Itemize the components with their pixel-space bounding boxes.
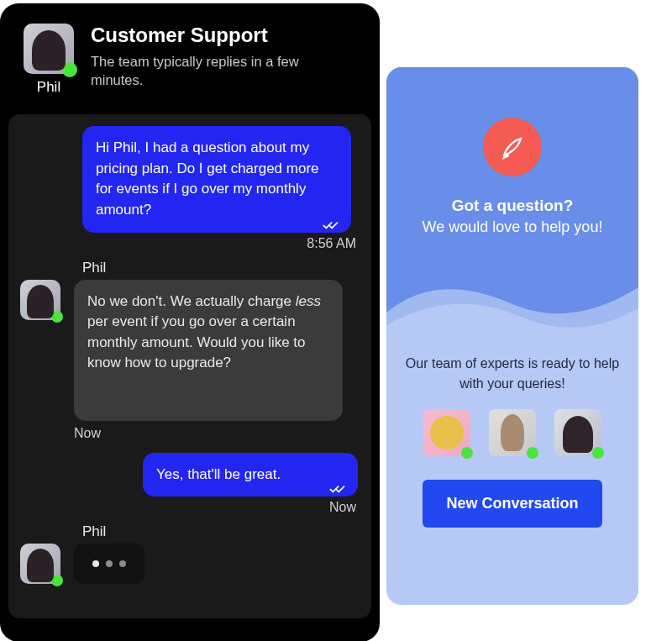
- promo-hero: Got a question? We would love to help yo…: [386, 67, 638, 337]
- online-dot-icon: [592, 447, 604, 459]
- typing-dot-icon: [92, 560, 99, 567]
- message-row: Yes, that'll be great. Now: [18, 453, 361, 516]
- experts-row: [400, 409, 625, 456]
- agent-message-bubble: No we don't. We actually charge less per…: [74, 280, 343, 421]
- promo-body: Our team of experts is ready to help wit…: [386, 337, 638, 544]
- wave-divider: [386, 262, 638, 338]
- user-message-bubble: Hi Phil, I had a question about my prici…: [82, 126, 351, 233]
- message-text: Yes, that'll be great.: [156, 466, 281, 482]
- message-timestamp: Now: [18, 426, 361, 441]
- online-dot-icon: [527, 447, 538, 459]
- read-receipt-icon: [329, 480, 349, 491]
- sender-name: Phil: [82, 260, 361, 276]
- agent-avatar-small: [20, 544, 60, 584]
- chat-header: Phil Customer Support The team typically…: [0, 3, 380, 106]
- chat-header-text: Customer Support The team typically repl…: [91, 24, 326, 90]
- message-text-part: No we don't. We actually charge: [87, 293, 296, 309]
- expert-avatar: [423, 409, 470, 456]
- chat-subtitle: The team typically replies in a few minu…: [91, 52, 326, 90]
- message-text-italic: less: [296, 293, 321, 309]
- typing-dot-icon: [106, 560, 113, 567]
- message-text-part: per event if you go over a certain month…: [87, 313, 306, 370]
- message-row: No we don't. We actually charge less per…: [18, 280, 361, 423]
- expert-avatar: [554, 409, 601, 456]
- typing-dot-icon: [119, 560, 126, 567]
- chat-widget: Phil Customer Support The team typically…: [0, 3, 380, 641]
- agent-avatar-block: Phil: [24, 24, 74, 96]
- read-receipt-icon: [323, 216, 343, 228]
- new-conversation-button[interactable]: New Conversation: [423, 480, 601, 528]
- message-text: Hi Phil, I had a question about my prici…: [96, 139, 319, 218]
- sender-name: Phil: [82, 523, 361, 540]
- promo-body-text: Our team of experts is ready to help wit…: [400, 354, 625, 394]
- agent-avatar: [24, 24, 74, 74]
- user-message-bubble: Yes, that'll be great.: [143, 453, 358, 497]
- promo-panel: Got a question? We would love to help yo…: [386, 67, 638, 605]
- rocket-icon: [483, 118, 542, 176]
- message-row: Hi Phil, I had a question about my prici…: [18, 126, 361, 251]
- agent-avatar-small: [20, 280, 60, 320]
- typing-indicator: [74, 544, 144, 584]
- online-dot-icon: [461, 447, 473, 459]
- message-timestamp: Now: [18, 500, 361, 515]
- online-dot-icon: [51, 311, 63, 323]
- promo-heading: Got a question?: [386, 197, 638, 215]
- message-row: [18, 544, 361, 587]
- chat-title: Customer Support: [91, 24, 326, 47]
- promo-subheading: We would love to help you!: [386, 218, 638, 236]
- message-timestamp: 8:56 AM: [18, 236, 361, 251]
- messages-pane[interactable]: Hi Phil, I had a question about my prici…: [8, 114, 371, 618]
- expert-avatar: [489, 409, 536, 456]
- agent-name: Phil: [24, 79, 74, 96]
- online-dot-icon: [51, 575, 63, 586]
- online-dot-icon: [62, 62, 77, 77]
